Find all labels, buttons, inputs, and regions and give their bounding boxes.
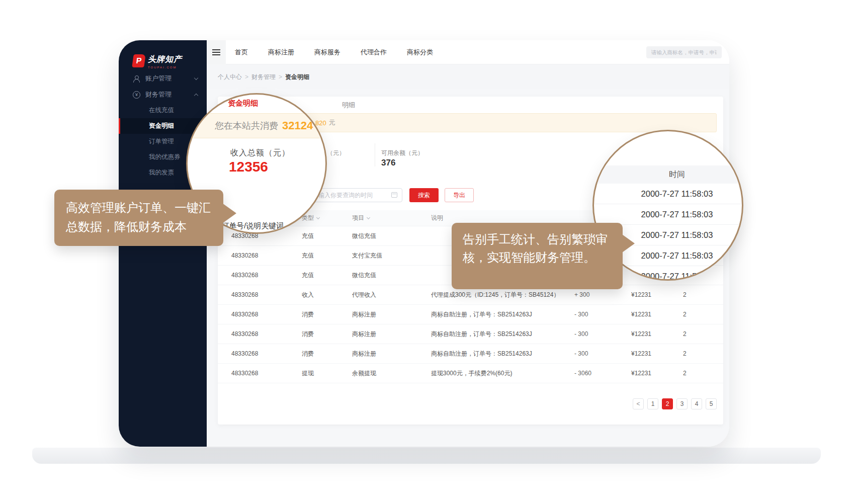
cell-amount: - 300 xyxy=(574,324,612,344)
export-button[interactable]: 导出 xyxy=(445,188,474,202)
cell-desc: 商标自助注册，订单号：SB2514263J xyxy=(431,305,574,324)
nav-tab[interactable]: 代理合作 xyxy=(361,48,387,57)
magnified-tab-label: 资金明细 xyxy=(228,99,258,108)
cell-project: 代理收入 xyxy=(352,285,428,304)
breadcrumb: 个人中心>财务管理>资金明细 xyxy=(218,73,309,81)
cell-project: 商标注册 xyxy=(352,305,428,324)
table-row: 48330268消费商标注册商标自助注册，订单号：SB2514263J- 300… xyxy=(218,305,723,324)
cell-balance: ¥12231 xyxy=(631,364,674,383)
callout-left: 高效管理账户订单、一键汇总数据，降低财务成本 xyxy=(54,190,223,246)
sidebar-item-label: 账户管理 xyxy=(145,74,172,83)
sort-chevron-icon[interactable] xyxy=(367,215,370,219)
cell-balance: ¥12231 xyxy=(631,324,674,344)
cell-order: 48330268 xyxy=(231,305,299,324)
time-cell: 2000-7-27 11:58:03 xyxy=(594,184,743,204)
balance-label: 可用余额（元） xyxy=(381,149,423,157)
cell-order: 48330268 xyxy=(231,344,299,363)
cell-project: 商标注册 xyxy=(352,324,428,344)
cell-time: 2 xyxy=(683,344,713,363)
stats-divider xyxy=(375,143,375,166)
chevron-down-icon xyxy=(194,75,198,79)
tab-secondary-partial[interactable]: 明细 xyxy=(342,101,355,110)
cell-time: 2 xyxy=(683,305,713,324)
magnified-banner: 您在本站共消费 32124 xyxy=(188,113,327,138)
nav-tab[interactable]: 首页 xyxy=(235,48,248,57)
time-column-header: 时间 xyxy=(594,165,743,184)
table-row: 48330268消费商标注册商标自助注册，订单号：SB2514263J- 300… xyxy=(218,324,723,344)
cell-amount: - 3060 xyxy=(574,364,612,383)
sidebar-item-finance[interactable]: 财务管理 xyxy=(119,87,207,103)
income-label: 收入总额（元） xyxy=(230,148,290,158)
calendar-icon[interactable] xyxy=(391,192,397,198)
breadcrumb-bar: 个人中心>财务管理>资金明细 xyxy=(207,64,729,89)
pagination-page[interactable]: 4 xyxy=(691,398,702,409)
chevron-up-icon xyxy=(194,93,198,97)
cell-order: 48330268 xyxy=(231,364,299,383)
cell-project: 支付宝充值 xyxy=(352,246,428,265)
finance-icon xyxy=(133,91,140,99)
nav-tab[interactable]: 商标注册 xyxy=(268,48,294,57)
search-input[interactable] xyxy=(646,46,722,58)
pagination-page[interactable]: 3 xyxy=(676,398,688,409)
sort-chevron-icon[interactable] xyxy=(316,215,320,219)
breadcrumb-item[interactable]: 财务管理 xyxy=(251,73,276,80)
breadcrumb-separator: > xyxy=(279,73,282,80)
cell-order: 48330268 xyxy=(231,246,299,265)
cell-desc: 提现3000元，手续费2%(60元) xyxy=(431,364,574,383)
breadcrumb-item[interactable]: 资金明细 xyxy=(285,73,309,80)
nav-tab[interactable]: 商标服务 xyxy=(314,48,340,57)
cell-project: 微信充值 xyxy=(352,266,428,285)
search-button[interactable]: 搜索 xyxy=(409,188,439,202)
income-value: 12356 xyxy=(229,159,268,175)
menu-toggle[interactable] xyxy=(207,40,226,64)
pagination-prev[interactable]: < xyxy=(633,398,644,409)
column-header: 类型 xyxy=(302,210,350,226)
cell-type: 充值 xyxy=(302,246,350,265)
cell-type: 消费 xyxy=(302,305,350,324)
cell-type: 充值 xyxy=(302,226,350,245)
cell-type: 消费 xyxy=(302,344,350,363)
callout-right: 告别手工统计、告别繁琐审核，实现智能财务管理。 xyxy=(452,223,623,289)
hamburger-icon xyxy=(212,49,220,55)
nav-tabs: 首页商标注册商标服务代理合作商标分类 xyxy=(235,40,433,64)
pagination-page[interactable]: 1 xyxy=(647,398,658,409)
sidebar-item-label: 财务管理 xyxy=(145,90,172,99)
table-row: 48330268消费商标注册商标自助注册，订单号：SB2514263J- 300… xyxy=(218,344,723,364)
cell-type: 提现 xyxy=(302,364,350,383)
breadcrumb-separator: > xyxy=(245,73,248,80)
cell-order: 48330268 xyxy=(231,266,299,285)
user-icon xyxy=(133,75,140,82)
pagination-page[interactable]: 5 xyxy=(706,398,717,409)
brand-logo[interactable]: P 头牌知产 TOUPAI.COM xyxy=(133,54,182,69)
pagination-page[interactable]: 2 xyxy=(662,398,673,409)
cell-amount: - 300 xyxy=(574,305,612,324)
banner-unit: 元 xyxy=(329,118,335,127)
cell-balance: ¥12231 xyxy=(631,305,674,324)
cell-project: 商标注册 xyxy=(352,344,428,363)
cell-amount: - 300 xyxy=(574,344,612,363)
breadcrumb-item[interactable]: 个人中心 xyxy=(218,73,242,80)
cell-time: 2 xyxy=(683,285,713,304)
banner-amount-tail: 820 xyxy=(315,119,326,127)
cell-type: 收入 xyxy=(302,285,350,304)
cell-desc: 商标自助注册，订单号：SB2514263J xyxy=(431,344,574,363)
expense-label-partial: （元） xyxy=(327,149,345,157)
cell-project: 微信充值 xyxy=(352,226,428,245)
top-nav: 首页商标注册商标服务代理合作商标分类 xyxy=(207,40,729,64)
cell-time: 2 xyxy=(683,324,713,344)
banner-amount: 32124 xyxy=(282,119,313,132)
sidebar-item-account[interactable]: 账户管理 xyxy=(119,70,207,87)
cell-project: 余额提现 xyxy=(352,364,428,383)
banner-prefix: 您在本站共消费 xyxy=(215,120,278,132)
cell-balance: ¥12231 xyxy=(631,344,674,363)
cell-type: 消费 xyxy=(302,324,350,344)
laptop-base xyxy=(32,448,821,464)
table-row: 48330268提现余额提现提现3000元，手续费2%(60元)- 3060¥1… xyxy=(218,364,723,383)
cell-order: 48330268 xyxy=(231,285,299,304)
nav-tab[interactable]: 商标分类 xyxy=(407,48,433,57)
cell-order: 48330268 xyxy=(231,324,299,344)
cell-time: 2 xyxy=(683,364,713,383)
sidebar-subitem[interactable]: 在线充值 xyxy=(119,103,207,118)
brand-logo-icon: P xyxy=(132,54,146,67)
brand-tagline: TOUPAI.COM xyxy=(148,66,182,69)
